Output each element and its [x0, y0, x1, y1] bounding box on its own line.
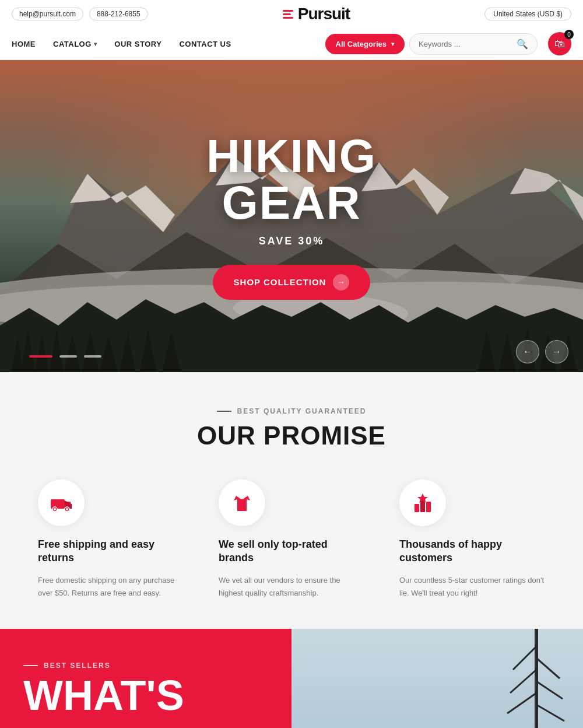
chart-icon [411, 491, 434, 514]
hero-title: HIKING GEAR [146, 133, 437, 226]
hero-subtitle: SAVE 30% [146, 235, 437, 247]
promise-subtitle: BEST QUALITY GUARANTEED [35, 407, 548, 415]
search-icon[interactable]: 🔍 [517, 38, 528, 50]
cart-badge: 0 [564, 30, 574, 39]
shipping-icon-circle [38, 480, 85, 526]
hero-dot-1[interactable] [29, 355, 52, 358]
hero-next-button[interactable]: → [545, 340, 568, 363]
promise-card-desc-2: We vet all our vendors to ensure the hig… [219, 574, 364, 600]
nav-catalog[interactable]: CATALOG ▾ [53, 40, 97, 48]
shop-collection-button[interactable]: SHOP COLLECTION → [213, 265, 371, 300]
chevron-down-icon: ▾ [94, 41, 97, 47]
promise-card-title-1: Free shipping and easy returns [38, 538, 184, 565]
svg-rect-32 [415, 504, 419, 512]
promise-section: BEST QUALITY GUARANTEED OUR PROMISE Free… [0, 372, 583, 629]
cart-icon: 🛍 [554, 38, 565, 50]
nav-our-story[interactable]: OUR STORY [114, 40, 161, 48]
logo-icon [283, 10, 293, 19]
nav-home[interactable]: HOME [12, 40, 36, 48]
truck-icon [50, 491, 73, 514]
bestsellers-title: WHAT'S [23, 674, 268, 716]
hero-content: HIKING GEAR SAVE 30% SHOP COLLECTION → [146, 133, 437, 300]
arrow-icon: → [333, 274, 349, 290]
phone-contact[interactable]: 888-212-6855 [89, 8, 148, 20]
shirt-icon [230, 491, 254, 514]
bestsellers-section: BEST SELLERS WHAT'S [0, 629, 583, 728]
top-bar-left: help@pursuit.com 888-212-6855 [12, 8, 148, 20]
promise-card-brands: We sell only top-rated brands We vet all… [219, 480, 364, 600]
svg-rect-25 [51, 499, 65, 509]
svg-point-30 [54, 508, 56, 510]
promise-card-desc-3: Our countless 5-star customer ratings do… [399, 574, 545, 600]
categories-button[interactable]: All Categories ▾ [325, 34, 405, 54]
nav-links: HOME CATALOG ▾ OUR STORY CONTACT US [12, 40, 325, 48]
region-selector[interactable]: United States (USD $) [484, 8, 571, 20]
hero-dot-2[interactable] [59, 355, 77, 358]
svg-line-40 [536, 681, 563, 699]
promise-card-title-2: We sell only top-rated brands [219, 538, 364, 565]
hero-nav-buttons: ← → [516, 340, 568, 363]
brands-icon-circle [219, 480, 265, 526]
promise-cards: Free shipping and easy returns Free dome… [35, 480, 548, 600]
nav-contact[interactable]: CONTACT US [179, 40, 231, 48]
search-input[interactable] [419, 40, 517, 48]
promise-card-customers: Thousands of happy customers Our countle… [399, 480, 545, 600]
promise-title: OUR PROMISE [35, 421, 548, 450]
svg-line-39 [510, 670, 536, 693]
main-nav: HOME CATALOG ▾ OUR STORY CONTACT US All … [0, 28, 583, 60]
customers-icon-circle [399, 480, 446, 526]
svg-line-38 [536, 658, 560, 678]
logo[interactable]: Pursuit [283, 5, 350, 23]
promise-card-desc-1: Free domestic shipping on any purchase o… [38, 574, 184, 600]
svg-line-42 [536, 705, 564, 721]
svg-rect-34 [426, 502, 431, 512]
top-bar: help@pursuit.com 888-212-6855 Pursuit Un… [0, 0, 583, 28]
promise-card-title-3: Thousands of happy customers [399, 538, 545, 565]
hero-section: HIKING GEAR SAVE 30% SHOP COLLECTION → ←… [0, 60, 583, 372]
promise-card-shipping: Free shipping and easy returns Free dome… [38, 480, 184, 600]
svg-line-37 [513, 646, 536, 670]
bestsellers-left: BEST SELLERS WHAT'S [0, 629, 292, 728]
svg-line-41 [507, 693, 536, 713]
hero-dots [29, 355, 101, 358]
bestsellers-right [292, 629, 583, 728]
email-contact[interactable]: help@pursuit.com [12, 8, 83, 20]
tree-silhouette-icon [501, 629, 571, 728]
hero-prev-button[interactable]: ← [516, 340, 539, 363]
svg-point-31 [66, 508, 68, 510]
cart-button[interactable]: 🛍 0 [548, 32, 571, 55]
search-box: 🔍 [409, 33, 538, 55]
chevron-down-icon: ▾ [391, 41, 394, 47]
nav-search: All Categories ▾ 🔍 🛍 0 [325, 32, 571, 55]
bestsellers-label: BEST SELLERS [23, 662, 268, 670]
logo-text: Pursuit [298, 5, 350, 23]
hero-dot-3[interactable] [84, 355, 101, 358]
